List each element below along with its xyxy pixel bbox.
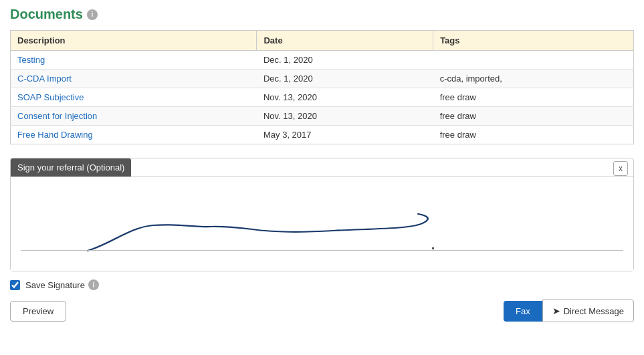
cell-tags: [433, 51, 634, 70]
signature-baseline: [21, 250, 623, 251]
cell-date: May 3, 2017: [257, 126, 433, 144]
fax-button[interactable]: Fax: [504, 301, 542, 322]
cell-description: Free Hand Drawing: [11, 126, 257, 144]
cell-date: Nov. 13, 2020: [257, 107, 433, 126]
save-signature-label[interactable]: Save Signature i: [25, 279, 99, 290]
cell-date: Dec. 1, 2020: [257, 70, 433, 88]
signature-canvas[interactable]: [11, 177, 633, 271]
document-link[interactable]: Testing: [17, 55, 45, 65]
table-row: C-CDA ImportDec. 1, 2020c-cda, imported,: [11, 70, 634, 88]
cell-tags: free draw: [433, 126, 634, 144]
col-header-date: Date: [257, 31, 433, 51]
signature-close-button[interactable]: x: [613, 161, 628, 176]
col-header-tags: Tags: [433, 31, 634, 51]
save-signature-row: Save Signature i: [10, 279, 634, 290]
document-link[interactable]: Free Hand Drawing: [17, 130, 93, 140]
save-signature-info-icon[interactable]: i: [88, 279, 99, 290]
bottom-actions: Preview Fax ➤ Direct Message: [10, 300, 634, 322]
page-title: Documents: [10, 7, 83, 22]
document-link[interactable]: SOAP Subjective: [17, 92, 84, 102]
page-title-section: Documents i: [10, 7, 634, 22]
direct-message-button[interactable]: ➤ Direct Message: [542, 300, 634, 322]
arrow-right-icon: ➤: [552, 306, 560, 316]
document-link[interactable]: Consent for Injection: [17, 111, 97, 121]
right-actions-group: Fax ➤ Direct Message: [504, 300, 634, 322]
cell-tags: free draw: [433, 107, 634, 126]
preview-button[interactable]: Preview: [10, 301, 66, 322]
cell-tags: free draw: [433, 88, 634, 107]
cell-date: Dec. 1, 2020: [257, 51, 433, 70]
cell-description: Testing: [11, 51, 257, 70]
direct-message-label: Direct Message: [564, 306, 624, 316]
cell-description: Consent for Injection: [11, 107, 257, 126]
documents-table: Description Date Tags TestingDec. 1, 202…: [10, 30, 634, 144]
save-signature-checkbox[interactable]: [10, 280, 20, 290]
signature-drawing: [11, 177, 633, 271]
cell-tags: c-cda, imported,: [433, 70, 634, 88]
signature-panel-title: Sign your referral (Optional): [11, 158, 131, 176]
signature-panel: Sign your referral (Optional) x: [10, 158, 634, 271]
table-row: SOAP SubjectiveNov. 13, 2020free draw: [11, 88, 634, 107]
cell-description: C-CDA Import: [11, 70, 257, 88]
table-row: TestingDec. 1, 2020: [11, 51, 634, 70]
table-row: Consent for InjectionNov. 13, 2020free d…: [11, 107, 634, 126]
table-row: Free Hand DrawingMay 3, 2017free draw: [11, 126, 634, 144]
cell-date: Nov. 13, 2020: [257, 88, 433, 107]
col-header-description: Description: [11, 31, 257, 51]
cell-description: SOAP Subjective: [11, 88, 257, 107]
document-link[interactable]: C-CDA Import: [17, 74, 72, 84]
info-icon[interactable]: i: [87, 9, 98, 20]
